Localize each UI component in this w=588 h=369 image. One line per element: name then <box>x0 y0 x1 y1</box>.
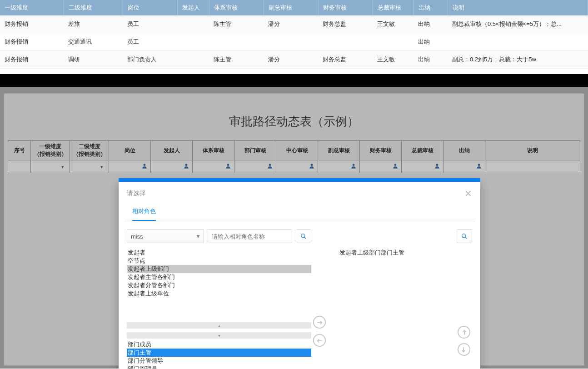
table-cell <box>264 33 318 51</box>
table-cell: 副总：0.2到5万；总裁：大于5w <box>448 51 588 69</box>
modal-top-bar <box>119 178 480 182</box>
lower-panel-wrap: 审批路径动态表（示例） 序号一级维度（报销类别）二级维度（报销类别）岗位发起人体… <box>0 87 588 369</box>
svg-line-12 <box>465 237 467 239</box>
user-picker-icon <box>392 163 399 170</box>
column-header: 发起人 <box>151 141 193 160</box>
column-header: 财务审核 <box>318 0 373 15</box>
table-cell <box>373 33 414 51</box>
table-cell: 财务报销 <box>0 15 64 33</box>
svg-point-0 <box>144 164 146 166</box>
dynamic-table: 序号一级维度（报销类别）二级维度（报销类别）岗位发起人体系审核部门审核中心审核副… <box>8 140 580 173</box>
tab-relative-role[interactable]: 相对角色 <box>132 204 156 221</box>
table-cell <box>177 15 209 33</box>
user-picker-icon <box>183 163 189 170</box>
role-source-list[interactable]: 发起者空节点发起者上级部门发起者主管各部门发起者分管各部门发起者上级单位 <box>127 248 311 319</box>
table-row: 财务报销差旅员工陈主管潘分财务总监王文敏出纳副总裁审核（0.5<报销金额<=5万… <box>0 15 588 33</box>
list-item[interactable]: 发起者分管各部门 <box>127 281 311 289</box>
role-search-input[interactable] <box>208 229 292 243</box>
collapse-down-button[interactable]: ▾ <box>127 332 311 339</box>
dropdown-icon <box>61 163 68 170</box>
lower-panel: 审批路径动态表（示例） 序号一级维度（报销类别）二级维度（报销类别）岗位发起人体… <box>4 93 584 366</box>
input-cell[interactable] <box>8 160 31 173</box>
list-item[interactable]: 发起者主管各部门 <box>127 273 311 281</box>
list-item[interactable]: 空节点 <box>127 257 311 265</box>
list-item[interactable]: 发起者上级部门 <box>127 265 311 273</box>
table-cell: 财务报销 <box>0 51 64 69</box>
input-cell[interactable] <box>360 160 402 173</box>
column-header: 岗位 <box>109 141 151 160</box>
input-cell[interactable] <box>31 160 70 173</box>
table-cell <box>318 33 373 51</box>
selected-roles-list[interactable]: 发起者上级部门部门主管 <box>339 248 472 369</box>
dropdown-value: miss <box>131 233 143 240</box>
table-row: 财务报销调研部门负责人陈主管潘分财务总监王文敏出纳副总：0.2到5万；总裁：大于… <box>0 51 588 69</box>
input-cell[interactable] <box>443 160 485 173</box>
input-cell[interactable] <box>70 160 109 173</box>
move-up-button[interactable]: ➜ <box>458 326 470 339</box>
input-cell[interactable] <box>276 160 318 173</box>
column-header: 副总审核 <box>264 0 318 15</box>
column-header: 体系审核 <box>209 0 264 15</box>
input-cell[interactable] <box>151 160 193 173</box>
list-item[interactable]: 发起者上级部门部门主管 <box>339 249 472 257</box>
select-modal: 请选择 ✕ 相对角色 miss ▼ <box>119 182 480 369</box>
list-item[interactable]: 发起者 <box>127 249 311 257</box>
scope-dropdown[interactable]: miss ▼ <box>127 229 204 243</box>
list-item[interactable]: 部门管理员 <box>127 365 311 369</box>
column-header: 说明 <box>485 141 580 160</box>
list-item[interactable]: 部门成员 <box>127 340 311 349</box>
user-picker-icon <box>309 163 315 170</box>
input-cell[interactable] <box>109 160 151 173</box>
table-cell: 部门负责人 <box>123 51 177 69</box>
table-cell: 陈主管 <box>209 51 264 69</box>
table-cell: 调研 <box>64 51 123 69</box>
add-button[interactable]: ➜ <box>313 316 326 329</box>
column-header: 二级维度（报销类别） <box>70 141 109 160</box>
svg-point-5 <box>353 164 355 166</box>
modal-body: miss ▼ 发起者空节点发起者上级部门发起者主管各部门发起者分管各部门发起者上… <box>119 221 480 369</box>
table-cell: 出纳 <box>414 15 448 33</box>
column-header: 说明 <box>448 0 588 15</box>
search-icon <box>300 233 307 239</box>
table-cell: 财务总监 <box>318 15 373 33</box>
user-picker-icon <box>225 163 231 170</box>
svg-line-10 <box>304 237 306 239</box>
svg-point-8 <box>478 164 480 166</box>
column-header: 副总审核 <box>318 141 360 160</box>
table-cell: 交通通讯 <box>64 33 123 51</box>
right-search-button[interactable] <box>457 229 472 243</box>
list-item[interactable]: 部门分管领导 <box>127 357 311 365</box>
dropdown-icon <box>100 163 107 170</box>
table-cell: 副总裁审核（0.5<报销金额<=5万）；总... <box>448 15 588 33</box>
column-header: 出纳 <box>414 0 448 15</box>
table-row: 财务报销交通通讯员工出纳 <box>0 33 588 51</box>
remove-button[interactable]: ➜ <box>313 334 326 347</box>
table-cell <box>209 33 264 51</box>
list-item[interactable]: 发起者上级单位 <box>127 289 311 298</box>
column-header: 二级维度 <box>64 0 123 15</box>
svg-point-1 <box>185 164 188 166</box>
input-cell[interactable] <box>234 160 276 173</box>
column-header: 体系审核 <box>193 141 234 160</box>
column-header: 总裁审核 <box>373 0 414 15</box>
input-cell[interactable] <box>318 160 360 173</box>
user-picker-icon <box>350 163 357 170</box>
user-picker-icon <box>476 163 482 170</box>
input-cell[interactable] <box>402 160 443 173</box>
search-button[interactable] <box>296 229 311 243</box>
input-cell[interactable] <box>193 160 234 173</box>
svg-point-3 <box>269 164 271 166</box>
user-picker-icon <box>141 163 148 170</box>
input-cell[interactable] <box>485 160 580 173</box>
role-type-list[interactable]: 部门成员部门主管部门分管领导部门管理员部门公文收发员 <box>127 339 311 369</box>
lower-title: 审批路径动态表（示例） <box>4 94 584 140</box>
list-item[interactable]: 部门主管 <box>127 349 311 357</box>
move-down-button[interactable]: ➜ <box>458 343 470 356</box>
table-cell: 员工 <box>123 33 177 51</box>
close-icon[interactable]: ✕ <box>464 188 472 199</box>
table-cell: 出纳 <box>414 33 448 51</box>
collapse-up-button[interactable]: ▴ <box>127 322 311 329</box>
table-cell: 王文敏 <box>373 15 414 33</box>
table-cell: 王文敏 <box>373 51 414 69</box>
table-cell: 潘分 <box>264 15 318 33</box>
